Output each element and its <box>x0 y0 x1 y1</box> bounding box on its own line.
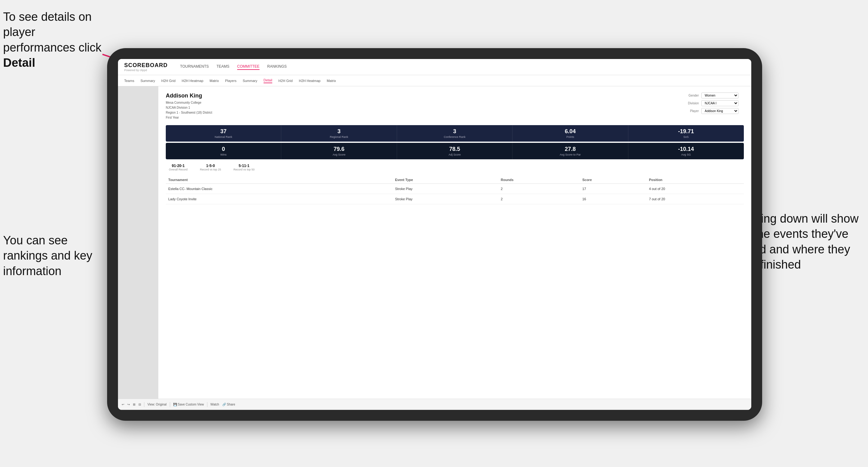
nav-items: TOURNAMENTS TEAMS COMMITTEE RANKINGS <box>180 64 286 70</box>
player-school: Mesa Community College <box>166 101 202 104</box>
detail-emphasis: Detail <box>3 56 35 69</box>
subnav-summary[interactable]: Summary <box>140 79 155 83</box>
row2-rounds: 2 <box>498 194 580 204</box>
stat-conference-rank-label: Conference Rank <box>400 135 510 138</box>
toolbar-view-original[interactable]: View: Original <box>148 403 167 406</box>
subnav-summary2[interactable]: Summary <box>243 79 257 83</box>
logo-sub: Powered by clippd <box>124 69 168 72</box>
tablet-device: SCOREBOARD Powered by clippd TOURNAMENTS… <box>107 48 762 421</box>
subnav-teams[interactable]: Teams <box>124 79 134 83</box>
stat-avg-sg-label: Avg SG <box>631 153 741 156</box>
record-top50-label: Record vs top 50 <box>234 168 254 171</box>
gender-label: Gender <box>682 94 699 97</box>
nav-tournaments[interactable]: TOURNAMENTS <box>180 64 209 70</box>
toolbar-sep2 <box>170 402 170 407</box>
stat-points: 6.04 Points <box>513 125 628 142</box>
stat-regional-rank-value: 3 <box>284 128 394 135</box>
stat-sos-value: -19.71 <box>631 128 741 135</box>
record-top50: 5-11-1 Record vs top 50 <box>234 164 254 171</box>
toolbar-watch[interactable]: Watch <box>211 403 219 406</box>
nav-teams[interactable]: TEAMS <box>216 64 229 70</box>
subnav-h2h-grid[interactable]: H2H Grid <box>161 79 176 83</box>
watch-label: Watch <box>211 403 219 406</box>
stat-sos: -19.71 SoS <box>628 125 744 142</box>
subnav-matrix2[interactable]: Matrix <box>327 79 336 83</box>
stat-national-rank: 37 National Rank <box>166 125 281 142</box>
stat-wins-label: Wins <box>168 153 278 156</box>
save-custom-label: Save Custom View <box>178 403 204 406</box>
nav-rankings[interactable]: RANKINGS <box>267 64 287 70</box>
share-icon: 🔗 <box>222 403 226 406</box>
logo-area: SCOREBOARD Powered by clippd <box>124 62 168 72</box>
player-info: Addison King Mesa Community College NJCA… <box>166 93 212 120</box>
top-nav: SCOREBOARD Powered by clippd TOURNAMENTS… <box>118 59 751 75</box>
subnav-detail[interactable]: Detail <box>264 78 272 83</box>
save-custom-icon: 💾 <box>173 403 177 406</box>
annotation-top-left: To see details on player performances cl… <box>3 9 108 71</box>
stat-wins-value: 0 <box>168 146 278 152</box>
stat-conference-rank-value: 3 <box>400 128 510 135</box>
main-content: Addison King Mesa Community College NJCA… <box>118 86 751 399</box>
toolbar-redo[interactable]: ↪ <box>127 403 130 406</box>
record-overall-label: Overall Record <box>169 168 187 171</box>
subnav-matrix[interactable]: Matrix <box>210 79 219 83</box>
subnav-h2h-heatmap[interactable]: H2H Heatmap <box>182 79 203 83</box>
nav-committee[interactable]: COMMITTEE <box>237 64 259 70</box>
record-top25-value: 1-5-0 <box>200 164 221 168</box>
stat-points-label: Points <box>515 135 625 138</box>
col-rounds: Rounds <box>498 176 580 184</box>
row2-tournament: Lady Coyote Invite <box>166 194 393 204</box>
record-top25-label: Record vs top 25 <box>200 168 221 171</box>
player-year: First Year <box>166 116 179 119</box>
row1-position: 4 out of 20 <box>646 184 744 194</box>
row2-position: 7 out of 20 <box>646 194 744 204</box>
logo-text: SCOREBOARD <box>124 62 168 69</box>
record-top50-value: 5-11-1 <box>234 164 254 168</box>
stat-wins: 0 Wins <box>166 143 281 159</box>
stat-avg-score-value: 79.6 <box>284 146 394 152</box>
stat-adj-score-value: 78.5 <box>400 146 510 152</box>
stat-points-value: 6.04 <box>515 128 625 135</box>
toolbar-share[interactable]: 🔗 Share <box>222 403 235 406</box>
detail-panel: Addison King Mesa Community College NJCA… <box>158 86 751 399</box>
division-label: Division <box>682 101 699 105</box>
stat-avg-to-par: 27.8 Avg Score to Par <box>513 143 628 159</box>
stat-adj-score: 78.5 Adj Score <box>397 143 513 159</box>
stat-avg-sg: -10.14 Avg SG <box>628 143 744 159</box>
player-label: Player <box>682 109 699 113</box>
player-region: Region 1 - Southwest (18) District <box>166 111 212 114</box>
row2-event-type: Stroke Play <box>393 194 499 204</box>
player-row: Player Addison King <box>682 108 744 114</box>
toolbar-icon2[interactable]: ⊟ <box>138 403 141 406</box>
stat-avg-score-label: Avg Score <box>284 153 394 156</box>
subnav-players[interactable]: Players <box>225 79 237 83</box>
tablet-screen: SCOREBOARD Powered by clippd TOURNAMENTS… <box>118 59 751 410</box>
player-header: Addison King Mesa Community College NJCA… <box>166 93 744 120</box>
sidebar <box>118 86 158 399</box>
stat-national-rank-label: National Rank <box>168 135 278 138</box>
player-select[interactable]: Addison King <box>701 108 739 114</box>
col-position: Position <box>646 176 744 184</box>
stat-sos-label: SoS <box>631 135 741 138</box>
sub-nav: Teams Summary H2H Grid H2H Heatmap Matri… <box>118 75 751 86</box>
tournament-table: Tournament Event Type Rounds Score Posit… <box>166 176 744 204</box>
stat-regional-rank-label: Regional Rank <box>284 135 394 138</box>
player-name: Addison King <box>166 93 212 99</box>
record-overall-value: 91-20-1 <box>169 164 187 168</box>
toolbar-undo[interactable]: ↩ <box>122 403 124 406</box>
subnav-h2h-grid2[interactable]: H2H Grid <box>278 79 293 83</box>
subnav-h2h-heatmap2[interactable]: H2H Heatmap <box>299 79 321 83</box>
toolbar-sep1 <box>144 402 144 407</box>
stats-grid-row1: 37 National Rank 3 Regional Rank 3 Confe… <box>166 125 744 142</box>
stat-avg-score: 79.6 Avg Score <box>281 143 397 159</box>
stat-regional-rank: 3 Regional Rank <box>281 125 397 142</box>
gender-select[interactable]: Women <box>701 93 739 98</box>
col-tournament: Tournament <box>166 176 393 184</box>
stat-national-rank-value: 37 <box>168 128 278 135</box>
division-select[interactable]: NJCAA I <box>701 100 739 106</box>
toolbar-save-custom[interactable]: 💾 Save Custom View <box>173 403 204 406</box>
bottom-toolbar: ↩ ↪ ⊞ ⊟ View: Original 💾 Save Custom Vie… <box>118 399 751 410</box>
record-top25: 1-5-0 Record vs top 25 <box>200 164 221 171</box>
records-row: 91-20-1 Overall Record 1-5-0 Record vs t… <box>166 164 744 171</box>
toolbar-icon1[interactable]: ⊞ <box>133 403 135 406</box>
